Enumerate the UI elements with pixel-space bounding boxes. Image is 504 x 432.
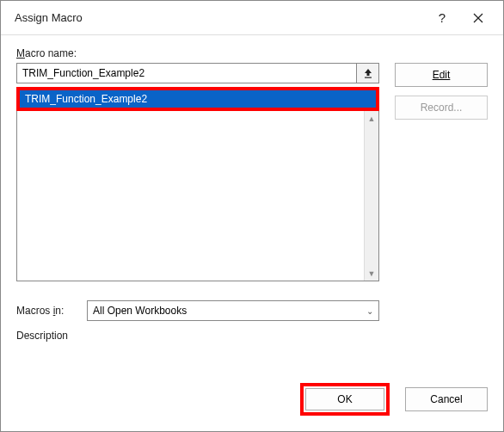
macros-in-combobox[interactable]: All Open Workbooks ⌄ — [87, 300, 379, 321]
scroll-down-icon[interactable]: ▼ — [365, 266, 378, 281]
record-button[interactable]: Record... — [395, 96, 488, 120]
cancel-button[interactable]: Cancel — [405, 387, 488, 411]
ok-button-highlight: OK — [300, 383, 390, 416]
help-button[interactable]: ? — [424, 5, 460, 31]
macro-listbox[interactable]: ▲ ▼ — [16, 111, 379, 281]
titlebar: Assign Macro ? — [1, 1, 503, 35]
assign-macro-dialog: Assign Macro ? Macro name: — [0, 0, 504, 432]
dialog-title: Assign Macro — [15, 11, 424, 24]
macros-in-value: All Open Workbooks — [93, 305, 187, 317]
description-label: Description — [16, 330, 379, 342]
svg-rect-2 — [365, 77, 372, 78]
arrow-up-icon — [363, 67, 373, 79]
ok-button[interactable]: OK — [305, 388, 384, 410]
macro-name-label: Macro name: — [16, 47, 488, 59]
chevron-down-icon: ⌄ — [366, 306, 373, 316]
close-icon — [473, 13, 483, 23]
macro-name-input[interactable] — [16, 63, 357, 83]
macro-list-selected-highlight: TRIM_Function_Example2 — [16, 87, 379, 111]
macros-in-label: Macros in: — [16, 305, 78, 317]
refedit-collapse-button[interactable] — [357, 63, 379, 83]
dialog-footer: OK Cancel — [300, 383, 488, 416]
edit-button[interactable]: Edit — [395, 63, 488, 87]
dialog-body: Macro name: TRIM_Function_Example2 — [1, 35, 503, 431]
scroll-up-icon[interactable]: ▲ — [365, 111, 378, 126]
macro-list-item-selected[interactable]: TRIM_Function_Example2 — [20, 90, 376, 108]
macro-list-item-label: TRIM_Function_Example2 — [25, 93, 147, 105]
listbox-scrollbar[interactable]: ▲ ▼ — [364, 111, 378, 281]
close-button[interactable] — [460, 5, 496, 31]
